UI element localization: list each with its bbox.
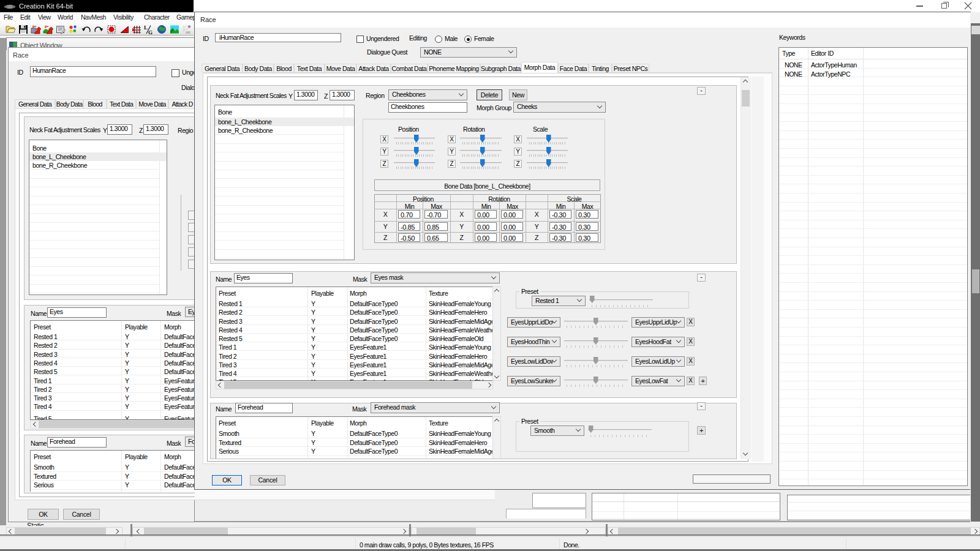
svg-text:G: G <box>148 29 153 36</box>
svg-text:HK: HK <box>186 31 190 34</box>
svg-text:Pº: Pº <box>45 25 49 29</box>
svg-text:L: L <box>144 24 148 31</box>
